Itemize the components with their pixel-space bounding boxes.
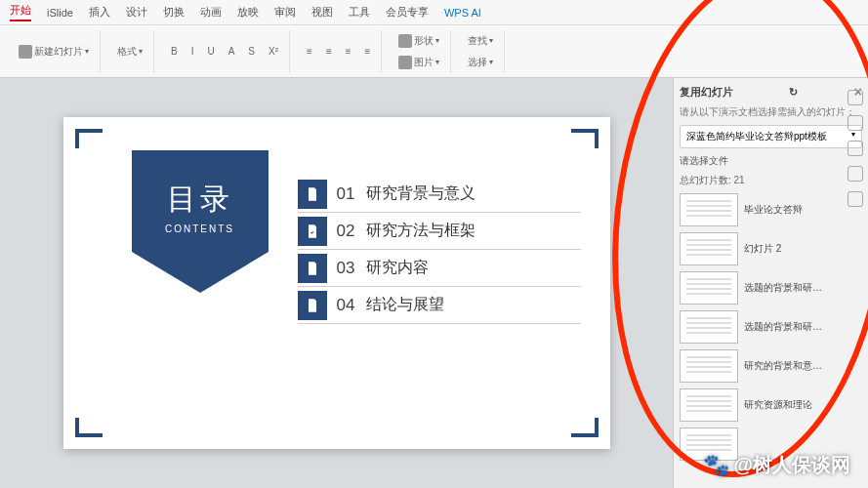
- select-button[interactable]: 选择▾: [463, 53, 498, 72]
- align-right-button[interactable]: ≡: [341, 43, 356, 60]
- select-label: 选择: [468, 56, 487, 69]
- slide-canvas-area[interactable]: 目录 CONTENTS 01 研究背景与意义 02 研究方法与框架: [0, 78, 673, 488]
- workspace: 目录 CONTENTS 01 研究背景与意义 02 研究方法与框架: [0, 78, 868, 488]
- panel-refresh-icon[interactable]: ↻: [789, 86, 798, 99]
- contents-item: 04 结论与展望: [298, 287, 581, 324]
- underline-button[interactable]: U: [202, 43, 219, 60]
- panel-title: 复用幻灯片: [680, 85, 733, 100]
- corner-decor: [75, 129, 103, 148]
- picture-button[interactable]: 图片▾: [393, 53, 444, 72]
- contents-list: 01 研究背景与意义 02 研究方法与框架 03 研究内容 04 结论与展望: [298, 176, 581, 324]
- item-text: 研究背景与意义: [366, 183, 475, 204]
- item-number: 02: [337, 222, 366, 241]
- tab-islide[interactable]: iSlide: [47, 7, 73, 19]
- align-left-button[interactable]: ≡: [302, 43, 317, 60]
- corner-decor: [571, 418, 599, 437]
- tab-design[interactable]: 设计: [126, 5, 147, 20]
- tab-wps-ai[interactable]: WPS AI: [444, 7, 481, 19]
- sidebar-tool-icon[interactable]: [847, 90, 863, 105]
- tab-animation[interactable]: 动画: [200, 5, 222, 20]
- ribbon-tabs: 开始 iSlide 插入 设计 切换 动画 放映 审阅 视图 工具 会员专享 W…: [0, 0, 868, 25]
- panel-thumb-item[interactable]: 选题的背景和研…: [680, 271, 862, 305]
- watermark-text: @树人保谈网: [733, 452, 850, 478]
- corner-decor: [571, 129, 599, 148]
- shape-label: 形状: [414, 34, 434, 48]
- new-slide-label: 新建幻灯片: [34, 45, 83, 59]
- doc-lines-icon: [298, 254, 327, 283]
- thumb-label: 研究资源和理论: [744, 398, 812, 412]
- corner-decor: [75, 418, 103, 437]
- tab-view[interactable]: 视图: [311, 5, 333, 20]
- panel-hint: 请从以下演示文档选择需插入的幻灯片：: [680, 105, 862, 119]
- watermark: 🐾 @树人保谈网: [703, 452, 850, 478]
- find-button[interactable]: 查找▾: [463, 31, 498, 51]
- clear-format-button[interactable]: X²: [264, 43, 283, 60]
- sidebar-tool-icon[interactable]: [847, 115, 863, 131]
- item-number: 01: [337, 184, 366, 204]
- find-label: 查找: [468, 34, 487, 48]
- sidebar-tool-icon[interactable]: [847, 191, 863, 207]
- item-number: 03: [337, 259, 366, 278]
- tab-insert[interactable]: 插入: [89, 5, 110, 20]
- choose-file-link[interactable]: 请选择文件: [680, 154, 862, 168]
- item-text: 研究内容: [366, 258, 429, 278]
- tab-review[interactable]: 审阅: [274, 5, 296, 20]
- contents-item: 01 研究背景与意义: [298, 176, 581, 213]
- tab-member[interactable]: 会员专享: [386, 5, 429, 20]
- thumb-label: 选题的背景和研…: [744, 320, 822, 334]
- right-icon-bar: [845, 90, 866, 207]
- item-text: 结论与展望: [366, 295, 444, 315]
- item-text: 研究方法与框架: [366, 221, 475, 241]
- doc-check-icon: [298, 217, 327, 246]
- thumb-label: 研究的背景和意…: [744, 359, 822, 373]
- sidebar-tool-icon[interactable]: [847, 141, 863, 156]
- select-value: 深蓝色简约毕业论文答辩ppt模板: [686, 130, 827, 143]
- bullets-button[interactable]: ≡: [360, 43, 376, 60]
- format-button[interactable]: 格式▾: [112, 42, 147, 61]
- strike2-button[interactable]: S: [243, 43, 260, 60]
- tab-tools[interactable]: 工具: [349, 5, 370, 20]
- reuse-slides-panel: 复用幻灯片 ↻ × 请从以下演示文档选择需插入的幻灯片： 深蓝色简约毕业论文答辩…: [673, 78, 868, 488]
- align-center-button[interactable]: ≡: [321, 43, 337, 60]
- tab-transition[interactable]: 切换: [163, 5, 185, 20]
- contents-banner: 目录 CONTENTS: [132, 150, 269, 293]
- slide: 目录 CONTENTS 01 研究背景与意义 02 研究方法与框架: [63, 117, 610, 449]
- doc-edit-icon: [298, 291, 327, 320]
- panel-source-select[interactable]: 深蓝色简约毕业论文答辩ppt模板 ▾: [680, 125, 862, 148]
- italic-button[interactable]: I: [186, 43, 199, 60]
- panel-thumb-item[interactable]: 研究的背景和意…: [680, 349, 862, 383]
- picture-label: 图片: [414, 56, 434, 69]
- sidebar-tool-icon[interactable]: [847, 166, 863, 182]
- format-label: 格式: [117, 45, 137, 59]
- thumb-label: 选题的背景和研…: [744, 281, 822, 295]
- paw-icon: 🐾: [703, 453, 729, 478]
- slide-count: 总幻灯片数: 21: [680, 174, 862, 187]
- panel-thumb-item[interactable]: 幻灯片 2: [680, 232, 862, 265]
- new-slide-button[interactable]: 新建幻灯片▾: [14, 42, 94, 61]
- panel-thumb-item[interactable]: 选题的背景和研…: [680, 310, 862, 344]
- thumb-label: 毕业论文答辩: [744, 203, 803, 217]
- strike-button[interactable]: A: [224, 43, 240, 60]
- contents-item: 02 研究方法与框架: [298, 213, 581, 250]
- banner-title-en: CONTENTS: [132, 224, 269, 234]
- tab-start[interactable]: 开始: [10, 3, 31, 21]
- bold-button[interactable]: B: [166, 43, 183, 60]
- ribbon-toolbar: 新建幻灯片▾ 格式▾ B I U A S X² ≡ ≡ ≡ ≡ 形状▾ 图片▾ …: [0, 25, 868, 78]
- doc-icon: [298, 180, 327, 209]
- contents-item: 03 研究内容: [298, 250, 581, 287]
- item-number: 04: [337, 296, 366, 315]
- panel-thumb-item[interactable]: 毕业论文答辩: [680, 193, 862, 226]
- panel-thumb-list[interactable]: 毕业论文答辩 幻灯片 2 选题的背景和研… 选题的背景和研… 研究的背景和意… …: [680, 193, 862, 482]
- thumb-label: 幻灯片 2: [744, 242, 781, 256]
- tab-slideshow[interactable]: 放映: [237, 5, 259, 20]
- panel-thumb-item[interactable]: 研究资源和理论: [680, 388, 862, 422]
- shape-button[interactable]: 形状▾: [393, 31, 444, 51]
- banner-title-cn: 目录: [132, 180, 269, 220]
